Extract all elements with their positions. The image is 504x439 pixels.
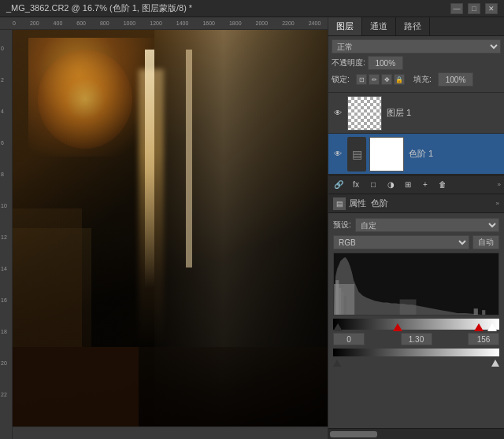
- panel-light: [145, 50, 154, 287]
- ruler-mark: 10: [1, 203, 7, 208]
- channel-row: RGB 自动: [333, 235, 499, 249]
- right-panel: 图层 通道 路径 正常 不透明度: 锁定: ⊡ ✏ ✥ 🔒: [328, 17, 504, 439]
- mid-level-input[interactable]: [401, 333, 432, 345]
- white-handle[interactable]: [487, 323, 497, 331]
- output-slider[interactable]: [333, 358, 499, 367]
- photo-container[interactable]: [13, 30, 328, 426]
- channel-dropdown[interactable]: RGB: [333, 235, 469, 249]
- white-red-handle[interactable]: [474, 323, 484, 331]
- link-layers-button[interactable]: 🔗: [332, 178, 346, 192]
- scroll-thumb[interactable]: [330, 431, 377, 437]
- lock-icons: ⊡ ✏ ✥ 🔒: [356, 74, 405, 85]
- ruler-mark: 2200: [282, 20, 295, 26]
- opacity-input[interactable]: [368, 56, 403, 70]
- ruler-mark: 22: [1, 392, 7, 397]
- preset-label: 预设:: [333, 220, 352, 231]
- layer-toolbar: 🔗 fx □ ◑ ⊞ + 🗑 »: [328, 175, 504, 194]
- tab-channels[interactable]: 通道: [362, 17, 396, 35]
- fill-label: 填充:: [413, 74, 435, 85]
- svg-rect-6: [344, 296, 346, 315]
- blend-mode-dropdown[interactable]: 正常: [332, 39, 501, 53]
- lock-transparent-icon[interactable]: ⊡: [356, 74, 367, 85]
- ruler-left: 0 2 4 6 8 10 12 14 16 18 20 22: [0, 30, 13, 439]
- white-level-input[interactable]: [468, 333, 499, 345]
- properties-title: 属性: [349, 197, 366, 209]
- levels-inputs: [333, 333, 499, 345]
- ruler-mark: 2: [1, 77, 4, 83]
- window-controls: — □ ✕: [450, 3, 498, 14]
- layers-list: 👁 图层 1 👁 ▤ 色阶 1: [328, 93, 504, 175]
- layer-mask-thumbnail: [369, 137, 404, 172]
- layer-name: 色阶 1: [409, 148, 433, 160]
- layer-thumbnail: [347, 96, 382, 131]
- output-black-handle[interactable]: [333, 360, 341, 367]
- layer-visibility-icon[interactable]: 👁: [332, 148, 344, 160]
- layer-adjustment-icon: ▤: [347, 137, 366, 172]
- ruler-mark: 12: [1, 234, 7, 240]
- ruler-mark: 800: [100, 20, 109, 26]
- lock-paint-icon[interactable]: ✏: [369, 74, 380, 85]
- bottom-scrollbar[interactable]: [328, 428, 504, 439]
- new-layer-button[interactable]: +: [418, 178, 432, 192]
- input-levels: [333, 319, 499, 345]
- fx-button[interactable]: fx: [349, 178, 363, 192]
- input-slider-track[interactable]: [333, 319, 499, 330]
- maximize-button[interactable]: □: [468, 3, 480, 14]
- tab-paths[interactable]: 路径: [396, 17, 430, 35]
- ruler-mark: 200: [30, 20, 39, 26]
- ruler-mark: 1000: [124, 20, 136, 26]
- ruler-mark: 20: [1, 360, 7, 366]
- ruler-mark: 600: [76, 20, 86, 26]
- furniture: [13, 347, 139, 426]
- svg-rect-8: [474, 308, 478, 315]
- minimize-button[interactable]: —: [450, 3, 463, 14]
- ruler-mark: 400: [54, 20, 63, 26]
- ruler-bottom: [13, 426, 328, 439]
- canvas-area[interactable]: 0 200 400 600 800 1000 1200 1400 1600 18…: [0, 17, 328, 439]
- preset-row: 预设: 自定: [333, 218, 499, 232]
- lock-move-icon[interactable]: ✥: [381, 74, 392, 85]
- black-handle[interactable]: [333, 323, 343, 331]
- svg-rect-3: [335, 280, 339, 315]
- fill-input[interactable]: [438, 72, 473, 87]
- histogram: [333, 253, 499, 315]
- preset-dropdown[interactable]: 自定: [355, 218, 499, 232]
- layer-item[interactable]: 👁 图层 1: [328, 93, 504, 134]
- group-button[interactable]: ⊞: [401, 178, 415, 192]
- ruler-mark: 16: [1, 297, 7, 303]
- midpoint-handle[interactable]: [393, 323, 402, 331]
- photo-image: [13, 30, 328, 426]
- svg-rect-7: [400, 300, 417, 315]
- ruler-mark: 1600: [202, 20, 215, 26]
- properties-panel: ▤ 属性 色阶 » 预设: 自定 RGB 自动: [328, 194, 504, 439]
- properties-body: 预设: 自定 RGB 自动: [328, 213, 504, 428]
- output-levels: [333, 349, 499, 367]
- layer-visibility-icon[interactable]: 👁: [332, 107, 344, 120]
- expand-panel-icon[interactable]: »: [498, 181, 501, 188]
- ruler-mark: 8: [1, 172, 4, 177]
- ruler-mark: 0: [13, 20, 16, 26]
- auto-button[interactable]: 自动: [472, 235, 499, 249]
- svg-rect-4: [339, 288, 341, 315]
- panel-light: [186, 50, 192, 267]
- tab-layers[interactable]: 图层: [328, 17, 362, 35]
- title-text: _MG_3862.CR2 @ 16.7% (色阶 1, 图层蒙版/8) *: [6, 2, 192, 14]
- delete-layer-button[interactable]: 🗑: [435, 178, 450, 192]
- ruler-mark: 6: [1, 140, 4, 146]
- black-level-input[interactable]: [333, 333, 365, 345]
- lock-all-icon[interactable]: 🔒: [394, 74, 405, 85]
- add-mask-button[interactable]: □: [366, 178, 380, 192]
- lock-label: 锁定:: [332, 74, 354, 85]
- adjustments-button[interactable]: ◑: [384, 178, 398, 192]
- layer-controls: 正常 不透明度: 锁定: ⊡ ✏ ✥ 🔒 填充:: [328, 36, 504, 93]
- close-button[interactable]: ✕: [485, 3, 498, 14]
- ruler-mark: 4: [1, 109, 4, 114]
- opacity-label: 不透明度:: [332, 57, 365, 68]
- output-white-handle[interactable]: [491, 360, 499, 367]
- properties-expand-icon[interactable]: »: [496, 200, 499, 207]
- svg-rect-5: [341, 292, 343, 315]
- ruler-mark: 1800: [229, 20, 242, 26]
- layer-name: 图层 1: [387, 107, 411, 119]
- layer-item-selected[interactable]: 👁 ▤ 色阶 1: [328, 134, 504, 175]
- properties-header: ▤ 属性 色阶 »: [328, 194, 504, 213]
